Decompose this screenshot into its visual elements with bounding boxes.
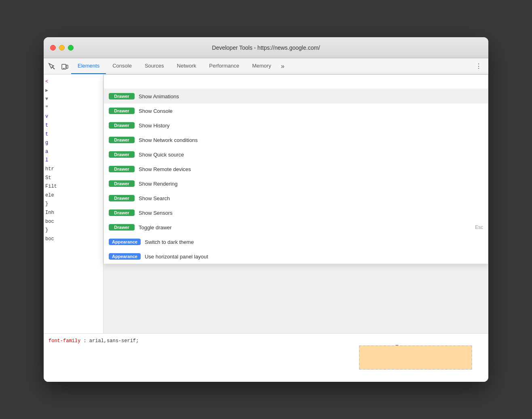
element-preview-minus: − (395, 342, 399, 349)
badge-drawer-sensors: Drawer (109, 210, 135, 216)
lp-line-3: ▼ (45, 95, 101, 104)
badge-drawer-quick-source: Drawer (109, 151, 135, 158)
lp-line-14: ele (45, 191, 101, 200)
traffic-lights (50, 45, 74, 51)
bottom-panel: font-family : arial,sans-serif; − (44, 333, 488, 382)
tab-elements[interactable]: Elements (71, 58, 106, 74)
toolbar: Elements Console Sources Network Perform… (44, 58, 488, 74)
toolbar-right: ⋮ (472, 60, 487, 73)
menu-list: Drawer Show Animations Drawer Show Conso… (104, 89, 488, 264)
lp-line-15: } (45, 200, 101, 209)
lp-line-12: St (45, 174, 101, 183)
close-button[interactable] (50, 45, 56, 51)
elements-tree: < ▶ ▼ " v t t g a l htr St Filt ele } In… (44, 74, 103, 247)
lp-line-17: boc (45, 218, 101, 226)
devtools-window: Developer Tools - https://news.google.co… (44, 37, 488, 382)
lp-line-8: g (45, 139, 101, 148)
code-property-font-family: font-family (49, 338, 80, 344)
tab-network[interactable]: Network (171, 58, 203, 74)
inspect-icon[interactable] (45, 60, 58, 73)
lp-line-18: } (45, 226, 101, 235)
lp-line-6: t (45, 121, 101, 130)
maximize-button[interactable] (68, 45, 74, 51)
lp-line-4: " (45, 104, 101, 113)
badge-drawer-toggle: Drawer (109, 224, 135, 231)
settings-icon[interactable]: ⋮ (472, 60, 485, 73)
menu-label-show-animations: Show Animations (139, 93, 179, 99)
lp-line-2: ▶ (45, 87, 101, 95)
code-value-font-family: : arial,sans-serif; (83, 338, 139, 344)
menu-label-show-network-conditions: Show Network conditions (139, 137, 198, 143)
menu-label-show-rendering: Show Rendering (139, 181, 177, 187)
badge-drawer-search: Drawer (109, 195, 135, 201)
menu-label-show-search: Show Search (139, 195, 170, 201)
search-wrap (104, 75, 488, 89)
element-preview-box: − (359, 345, 472, 370)
badge-appearance-horizontal-layout: Appearance (109, 253, 141, 260)
svg-rect-2 (66, 65, 68, 68)
menu-label-show-console: Show Console (139, 108, 173, 114)
main-area: < ▶ ▼ " v t t g a l htr St Filt ele } In… (44, 74, 488, 382)
window-title: Developer Tools - https://news.google.co… (212, 44, 320, 51)
menu-item-show-network-conditions[interactable]: Drawer Show Network conditions (104, 133, 488, 147)
badge-drawer-history: Drawer (109, 122, 135, 129)
menu-label-show-remote-devices: Show Remote devices (139, 166, 191, 172)
menu-item-show-remote-devices[interactable]: Drawer Show Remote devices (104, 162, 488, 176)
menu-item-show-history[interactable]: Drawer Show History (104, 118, 488, 133)
badge-drawer-animations: Drawer (109, 93, 135, 99)
badge-drawer-remote-devices: Drawer (109, 166, 135, 172)
command-search-input[interactable] (109, 78, 483, 85)
code-line-font-family: font-family : arial,sans-serif; (49, 337, 483, 346)
tab-bar: Elements Console Sources Network Perform… (71, 58, 288, 74)
device-icon[interactable] (58, 60, 71, 73)
badge-appearance-dark-theme: Appearance (109, 239, 141, 245)
menu-item-dark-theme[interactable]: Appearance Switch to dark theme (104, 235, 488, 249)
badge-drawer-network-conditions: Drawer (109, 137, 135, 143)
lp-line-11: htr (45, 165, 101, 174)
menu-item-horizontal-layout[interactable]: Appearance Use horizontal panel layout (104, 249, 488, 264)
command-menu: Drawer Show Animations Drawer Show Conso… (103, 74, 488, 264)
menu-item-show-animations[interactable]: Drawer Show Animations (104, 89, 488, 104)
menu-label-horizontal-layout: Use horizontal panel layout (145, 254, 208, 260)
lp-line-16: Inh (45, 209, 101, 218)
title-bar: Developer Tools - https://news.google.co… (44, 37, 488, 58)
menu-label-show-history: Show History (139, 123, 170, 129)
lp-line-7: t (45, 130, 101, 139)
menu-label-show-sensors: Show Sensors (139, 210, 173, 216)
tab-performance[interactable]: Performance (203, 58, 245, 74)
menu-label-dark-theme: Switch to dark theme (145, 239, 194, 245)
minimize-button[interactable] (59, 45, 65, 51)
menu-item-show-quick-source[interactable]: Drawer Show Quick source (104, 147, 488, 162)
lp-line-5: v (45, 112, 101, 121)
menu-item-show-sensors[interactable]: Drawer Show Sensors (104, 205, 488, 220)
lp-line-1: < (45, 78, 101, 87)
more-tabs-button[interactable]: » (278, 58, 288, 74)
menu-item-show-rendering[interactable]: Drawer Show Rendering (104, 176, 488, 191)
tab-console[interactable]: Console (106, 58, 138, 74)
menu-label-toggle-drawer: Toggle drawer (139, 224, 172, 231)
tab-sources[interactable]: Sources (138, 58, 171, 74)
svg-line-0 (52, 67, 55, 69)
menu-item-show-search[interactable]: Drawer Show Search (104, 191, 488, 205)
menu-label-show-quick-source: Show Quick source (139, 152, 184, 158)
lp-line-10: l (45, 156, 101, 165)
lp-line-19: boc (45, 235, 101, 244)
badge-drawer-console: Drawer (109, 108, 135, 114)
badge-drawer-rendering: Drawer (109, 180, 135, 187)
menu-item-toggle-drawer[interactable]: Drawer Toggle drawer Esc (104, 220, 488, 235)
lp-line-9: a (45, 148, 101, 157)
lp-line-13: Filt (45, 182, 101, 191)
menu-item-show-console[interactable]: Drawer Show Console (104, 104, 488, 118)
tab-memory[interactable]: Memory (246, 58, 278, 74)
shortcut-toggle-drawer: Esc (475, 224, 483, 230)
